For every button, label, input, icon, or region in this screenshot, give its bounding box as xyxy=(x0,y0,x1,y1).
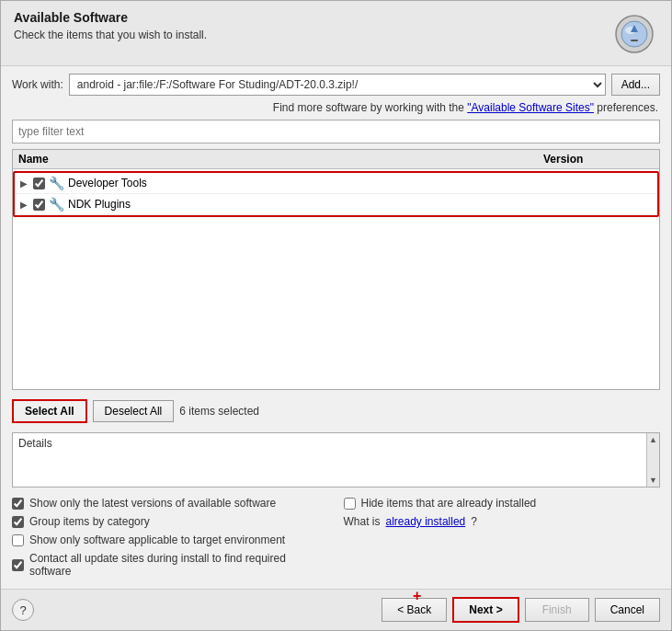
row-checkbox-1[interactable] xyxy=(33,178,45,189)
select-all-button[interactable]: Select All xyxy=(12,399,87,423)
deselect-all-button[interactable]: Deselect All xyxy=(93,400,175,422)
dialog-footer: ? + < Back Next > Finish Cancel xyxy=(1,589,671,630)
option-row-contact: Contact all update sites during install … xyxy=(12,552,329,578)
row-checkbox-2[interactable] xyxy=(33,199,45,211)
option-row-latest: Show only the latest versions of availab… xyxy=(12,497,329,510)
option-label-group: Group items by category xyxy=(29,515,150,528)
options-right: Hide items that are already installed Wh… xyxy=(344,497,661,578)
already-installed-prefix: What is xyxy=(344,515,381,528)
option-row-group: Group items by category xyxy=(12,515,329,528)
finish-button[interactable]: Finish xyxy=(525,598,589,622)
option-row-applicable: Show only software applicable to target … xyxy=(12,533,329,546)
row-icon-1: 🔧 xyxy=(49,176,64,190)
option-label-contact: Contact all update sites during install … xyxy=(29,552,329,578)
scroll-up-icon[interactable]: ▲ xyxy=(649,435,657,444)
work-with-combo-wrapper: android - jar:file:/F:/Software For Stud… xyxy=(69,74,606,96)
button-row: Select All Deselect All 6 items selected xyxy=(12,396,660,427)
col-version-header: Version xyxy=(543,153,654,166)
details-label: Details xyxy=(18,437,654,450)
already-installed-link[interactable]: already installed xyxy=(386,515,466,528)
cancel-button[interactable]: Cancel xyxy=(595,598,660,622)
checkbox-group[interactable] xyxy=(12,516,24,528)
row-expand-2[interactable]: ▶ xyxy=(20,200,33,210)
option-label-latest: Show only the latest versions of availab… xyxy=(29,497,276,510)
plus-indicator: + xyxy=(413,588,421,604)
col-name-header: Name xyxy=(18,153,543,166)
software-table: Name Version ▶ 🔧 Developer Tools ▶ 🔧 NDK… xyxy=(12,149,660,390)
table-row: ▶ 🔧 NDK Plugins xyxy=(15,194,657,215)
work-with-select[interactable]: android - jar:file:/F:/Software For Stud… xyxy=(69,74,606,96)
dialog-title: Available Software xyxy=(14,10,207,25)
work-with-label: Work with: xyxy=(12,78,63,91)
option-label-applicable: Show only software applicable to target … xyxy=(29,533,285,546)
sites-prefix: Find more software by working with the xyxy=(273,101,467,114)
table-row: ▶ 🔧 Developer Tools xyxy=(15,173,657,194)
row-icon-2: 🔧 xyxy=(49,197,64,212)
install-icon xyxy=(612,12,656,56)
sites-suffix: preferences. xyxy=(597,101,658,114)
checkbox-hide[interactable] xyxy=(344,498,356,510)
row-expand-1[interactable]: ▶ xyxy=(20,178,33,189)
add-button[interactable]: Add... xyxy=(611,74,660,96)
options-left: Show only the latest versions of availab… xyxy=(12,497,329,578)
already-installed-suffix: ? xyxy=(471,515,477,528)
row-label-1: Developer Tools xyxy=(68,177,541,189)
option-label-hide: Hide items that are already installed xyxy=(361,497,537,510)
selection-highlight: ▶ 🔧 Developer Tools ▶ 🔧 NDK Plugins xyxy=(13,171,659,217)
dialog-header: Available Software Check the items that … xyxy=(1,1,671,66)
option-row-hide: Hide items that are already installed xyxy=(344,497,661,510)
available-software-dialog: Available Software Check the items that … xyxy=(0,0,672,631)
next-button[interactable]: Next > xyxy=(452,597,518,623)
checkbox-contact[interactable] xyxy=(12,559,24,571)
help-button[interactable]: ? xyxy=(12,599,34,621)
checkbox-latest[interactable] xyxy=(12,498,24,510)
software-sites-row: Find more software by working with the "… xyxy=(12,101,660,114)
option-row-already-installed: What is already installed ? xyxy=(344,515,661,528)
work-with-row: Work with: android - jar:file:/F:/Softwa… xyxy=(12,74,660,96)
selection-count: 6 items selected xyxy=(179,405,259,418)
table-header: Name Version xyxy=(13,150,659,169)
row-label-2: NDK Plugins xyxy=(68,198,541,211)
svg-rect-3 xyxy=(631,40,638,41)
details-scrollbar[interactable]: ▲ ▼ xyxy=(646,433,659,487)
scroll-down-icon[interactable]: ▼ xyxy=(649,476,657,485)
dialog-body: Work with: android - jar:file:/F:/Softwa… xyxy=(1,66,671,589)
available-software-sites-link[interactable]: "Available Software Sites" xyxy=(467,101,594,114)
dialog-subtitle: Check the items that you wish to install… xyxy=(14,29,207,41)
options-section: Show only the latest versions of availab… xyxy=(12,493,660,581)
dialog-icon xyxy=(610,10,658,58)
filter-input[interactable] xyxy=(12,120,660,143)
details-section: Details ▲ ▼ xyxy=(12,432,660,488)
checkbox-applicable[interactable] xyxy=(12,534,24,546)
header-text: Available Software Check the items that … xyxy=(14,10,207,41)
